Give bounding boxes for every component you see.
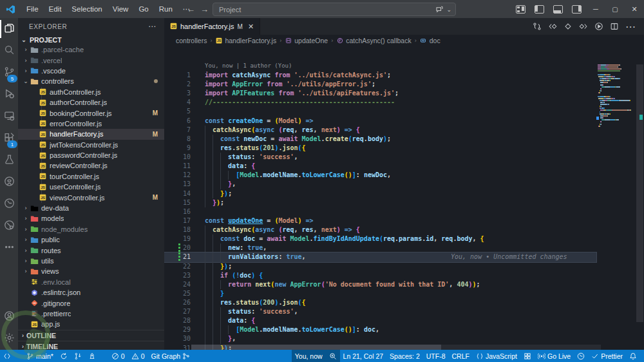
status-git-pull[interactable] bbox=[71, 350, 85, 362]
status-cursor-position[interactable]: Ln 21, Col 27 bbox=[340, 350, 386, 362]
code-line-13[interactable]: 13 }, bbox=[164, 180, 596, 189]
code-line-14[interactable]: 14 }); bbox=[164, 189, 596, 198]
activity-run-debug[interactable] bbox=[0, 84, 18, 106]
tree-item-dev-data[interactable]: ›dev-data bbox=[18, 203, 164, 213]
code-line-6[interactable]: 6const createOne = (Model) => bbox=[164, 117, 596, 126]
code-line-10[interactable]: 10 status: 'success', bbox=[164, 153, 596, 162]
vertical-scrollbar[interactable] bbox=[636, 64, 643, 322]
section-timeline[interactable]: ›TIMELINE bbox=[18, 341, 164, 350]
code-line-3[interactable]: 3import APIFeatures from '../utils/apiFe… bbox=[164, 89, 596, 98]
status-extension[interactable] bbox=[520, 350, 535, 362]
status-notifications[interactable] bbox=[626, 350, 640, 362]
code-line-4[interactable]: 4//-------------------------------------… bbox=[164, 98, 596, 107]
status-sync[interactable] bbox=[57, 350, 71, 362]
activity-testing[interactable] bbox=[0, 149, 18, 171]
maximize-button[interactable]: ▢ bbox=[605, 0, 625, 18]
tree-item-handlerfactory-js[interactable]: JShandlerFactory.jsM bbox=[18, 129, 164, 139]
activity-extensions[interactable]: 1 bbox=[0, 128, 18, 149]
codelens-blame[interactable]: You, now | 1 author (You) bbox=[205, 62, 292, 69]
nav-back-icon[interactable]: ← bbox=[187, 5, 195, 14]
tree-item-vscode[interactable]: ›.vscode bbox=[18, 66, 164, 76]
menu-selection[interactable]: Selection bbox=[66, 0, 107, 18]
tree-item-public[interactable]: ›public bbox=[18, 234, 164, 245]
tree-item-prettierrc[interactable]: .prettierrc bbox=[18, 309, 164, 319]
tree-item-tourcontroller-js[interactable]: JStourController.js bbox=[18, 171, 164, 182]
status-eol[interactable]: CRLF bbox=[449, 350, 473, 362]
run-code-icon[interactable] bbox=[594, 22, 603, 31]
next-change-icon[interactable] bbox=[579, 22, 588, 31]
status-warnings[interactable]: 0 bbox=[128, 350, 148, 362]
code-line-28[interactable]: 28 data: { bbox=[164, 316, 596, 325]
code-line-15[interactable]: 15 }); bbox=[164, 198, 596, 207]
menu-edit[interactable]: Edit bbox=[44, 0, 67, 18]
status-run-status[interactable] bbox=[574, 350, 588, 362]
tree-item-eslintrc-json[interactable]: .eslintrc.json bbox=[18, 287, 164, 298]
status-errors[interactable]: 0 bbox=[108, 350, 128, 362]
command-center[interactable]: Project ⌄ bbox=[213, 3, 456, 16]
activity-gitlens[interactable] bbox=[0, 215, 18, 237]
breadcrumb-updateone[interactable]: updateOne bbox=[285, 37, 328, 44]
status-blame[interactable]: You, now bbox=[292, 350, 326, 362]
tree-item-routes[interactable]: ›routes bbox=[18, 245, 164, 255]
close-button[interactable]: ✕ bbox=[625, 0, 644, 18]
tree-item-authorcontroller-js[interactable]: JSauthorController.js bbox=[18, 97, 164, 108]
chat-icon[interactable] bbox=[435, 5, 444, 14]
status-zoom[interactable] bbox=[326, 350, 340, 362]
code-line-18[interactable]: 18 catchAsync(async (req, res, next) => … bbox=[164, 225, 596, 234]
horizontal-scrollbar[interactable] bbox=[191, 345, 601, 350]
status-prettier[interactable]: Prettier bbox=[588, 350, 626, 362]
tree-item-env-local[interactable]: .env.local bbox=[18, 277, 164, 287]
code-line-29[interactable]: 29 [Model.modelName.toLowerCase()]: doc, bbox=[164, 325, 596, 334]
status-language[interactable]: JavaScript bbox=[473, 350, 520, 362]
tree-item-reviewcontroller-js[interactable]: JSreviewController.js bbox=[18, 160, 164, 171]
code-line-2[interactable]: 2import AppError from '../utils/appError… bbox=[164, 80, 596, 89]
activity-run-view[interactable] bbox=[0, 193, 18, 215]
menu-run[interactable]: Run bbox=[154, 0, 178, 18]
tree-item-parcel-cache[interactable]: ›.parcel-cache bbox=[18, 44, 164, 55]
sidebar-more-actions-icon[interactable]: ⋯ bbox=[148, 22, 156, 31]
activity-search[interactable] bbox=[0, 40, 18, 62]
nav-forward-icon[interactable]: → bbox=[200, 5, 209, 14]
previous-change-icon[interactable] bbox=[548, 22, 557, 31]
menu-go[interactable]: Go bbox=[133, 0, 153, 18]
toggle-sidebar-icon[interactable] bbox=[535, 5, 544, 14]
menu-file[interactable]: File bbox=[21, 0, 44, 18]
code-line-1[interactable]: 1import catchAsync from '../utils/catchA… bbox=[164, 71, 596, 80]
code-line-24[interactable]: 24 return next(new AppError('No document… bbox=[164, 280, 596, 289]
activity-more-views[interactable] bbox=[0, 237, 18, 259]
activity-remote-explorer[interactable] bbox=[0, 106, 18, 128]
breadcrumb-controllers[interactable]: controllers bbox=[176, 37, 207, 44]
tree-item-gitignore[interactable]: .gitignore bbox=[18, 298, 164, 308]
code-line-12[interactable]: 12 [Model.modelName.toLowerCase()]: newD… bbox=[164, 171, 596, 180]
status-git-graph[interactable]: Git Graph bbox=[148, 350, 194, 362]
tree-item-models[interactable]: ›models bbox=[18, 213, 164, 224]
activity-accounts[interactable] bbox=[0, 306, 18, 328]
section-outline[interactable]: ›OUTLINE bbox=[18, 330, 164, 341]
tree-item-jwttokenscontroller-js[interactable]: JSjwtTokensController.js bbox=[18, 140, 164, 150]
breadcrumb-catchasync-callback[interactable]: catchAsync() callback bbox=[336, 37, 412, 44]
tree-item-viewscontroller-js[interactable]: JSviewsController.jsM bbox=[18, 192, 164, 202]
split-editor-icon[interactable] bbox=[610, 22, 619, 31]
activity-source-control[interactable]: 5 bbox=[0, 62, 18, 84]
code-line-11[interactable]: 11 data: { bbox=[164, 162, 596, 171]
minimap[interactable] bbox=[596, 64, 634, 348]
status-branch[interactable]: main* bbox=[23, 350, 57, 362]
tree-item-node-modules[interactable]: ›node_modules bbox=[18, 224, 164, 234]
breadcrumb-doc[interactable]: doc bbox=[420, 37, 440, 44]
code-line-20[interactable]: 20 new: true, bbox=[164, 243, 596, 252]
code-line-21[interactable]: 21 runValidators: true,You, now • Uncomm… bbox=[164, 252, 596, 262]
tab-close-icon[interactable]: ✕ bbox=[248, 23, 254, 31]
tree-item-usercontroller-js[interactable]: JSuserController.js bbox=[18, 182, 164, 192]
git-compare-icon[interactable] bbox=[533, 22, 542, 31]
tree-item-app-js[interactable]: JSapp.js bbox=[18, 319, 164, 329]
section-project[interactable]: ⌄ PROJECT bbox=[18, 35, 164, 44]
code-line-19[interactable]: 19 const doc = await Model.findByIdAndUp… bbox=[164, 234, 596, 243]
tree-item-vercel[interactable]: ›.vercel bbox=[18, 55, 164, 65]
status-encoding[interactable]: UTF-8 bbox=[423, 350, 449, 362]
code-line-8[interactable]: 8 const newDoc = await Model.create(req.… bbox=[164, 135, 596, 144]
toggle-secondary-sidebar-icon[interactable] bbox=[572, 5, 582, 14]
code-line-17[interactable]: 17const updateOne = (Model) => bbox=[164, 216, 596, 225]
customize-layout-icon[interactable] bbox=[516, 5, 526, 14]
status-indentation[interactable]: Spaces: 2 bbox=[386, 350, 423, 362]
status-rocket[interactable] bbox=[85, 350, 99, 362]
